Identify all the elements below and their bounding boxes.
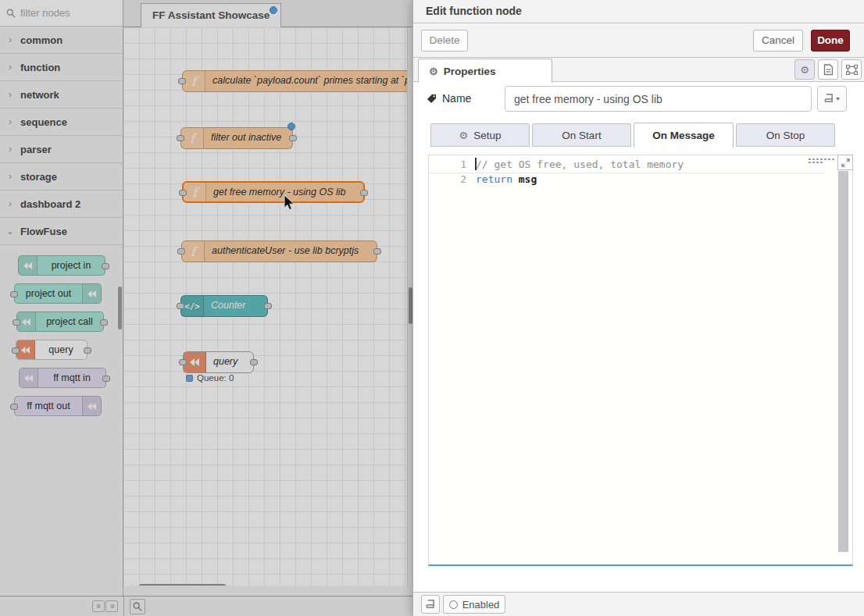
palette-category-dashboard2[interactable]: › dashboard 2 — [0, 190, 123, 218]
tab-properties[interactable]: ⚙ Properties — [418, 59, 552, 83]
palette-scrollbar[interactable] — [118, 287, 122, 329]
delete-button[interactable]: Delete — [421, 30, 468, 52]
flow-canvas: FF Assistant Showcase f calculate `paylo… — [123, 0, 412, 596]
name-row: Name ▾ — [413, 86, 864, 112]
chevron-right-icon: › — [0, 89, 20, 100]
input-port[interactable] — [10, 404, 18, 410]
done-button[interactable]: Done — [811, 30, 850, 52]
output-port[interactable] — [84, 347, 91, 354]
output-port[interactable] — [102, 263, 109, 269]
collapse-all-button[interactable]: « — [92, 600, 105, 612]
library-button[interactable]: ▾ — [817, 86, 847, 112]
edit-tray: Edit function node Delete Cancel Done ⚙ … — [412, 0, 864, 616]
palette-category-function[interactable]: › function — [0, 54, 123, 81]
palette-category-network[interactable]: › network — [0, 81, 123, 109]
expand-editor-button[interactable] — [837, 155, 853, 170]
tray-content: Name ▾ ⚙ Setup On Start On Message — [413, 82, 864, 592]
footer-divider — [123, 596, 124, 616]
description-icon-button[interactable] — [818, 59, 838, 80]
palette-category-sequence[interactable]: › sequence — [0, 109, 123, 136]
node-calculate-primes[interactable]: f calculate `payload.count` primes start… — [182, 70, 412, 92]
flowfuse-icon — [82, 284, 101, 303]
tab-setup[interactable]: ⚙ Setup — [430, 123, 530, 147]
tab-on-message[interactable]: On Message — [634, 123, 734, 148]
tab-on-start[interactable]: On Start — [532, 123, 631, 147]
chevron-right-icon: › — [0, 198, 20, 209]
flow-tab[interactable]: FF Assistant Showcase — [141, 3, 281, 27]
chevron-right-icon: › — [0, 116, 20, 127]
tab-on-stop[interactable]: On Stop — [736, 123, 835, 147]
palette-search[interactable] — [0, 0, 123, 27]
input-port[interactable] — [179, 190, 187, 196]
code-variable: msg — [512, 173, 537, 185]
output-port[interactable] — [250, 359, 258, 365]
status-dot-blue — [186, 375, 193, 382]
workspace-footer: « « — [0, 596, 412, 616]
gear-icon: ⚙ — [459, 130, 469, 141]
palette-node-project-call[interactable]: project call — [16, 312, 104, 332]
output-port[interactable] — [289, 135, 297, 141]
function-editor-tabs: ⚙ Setup On Start On Message On Stop — [413, 123, 864, 148]
input-port[interactable] — [12, 347, 20, 354]
node-query-status: Queue: 0 — [186, 373, 234, 383]
expand-all-button[interactable]: « — [105, 600, 118, 612]
node-filter-out-inactive[interactable]: f filter out inactive — [180, 127, 293, 149]
horizontal-scrollbar[interactable] — [138, 584, 227, 586]
code-line-1: // get OS free, used, total memory — [476, 157, 684, 172]
hscroll-left-arrow[interactable]: ◄ — [127, 582, 134, 586]
palette-category-parser[interactable]: › parser — [0, 136, 123, 163]
node-query[interactable]: query — [183, 351, 254, 373]
node-help-button[interactable] — [421, 595, 440, 614]
changed-node-dot — [287, 123, 295, 130]
node-counter[interactable]: </> Counter — [180, 295, 268, 317]
appearance-icon-button[interactable] — [841, 59, 862, 80]
book-icon — [824, 94, 834, 104]
node-get-free-memory[interactable]: f get free memory - using OS lib — [182, 181, 365, 203]
input-port[interactable] — [12, 319, 20, 326]
node-red-editor: › common › function › network › sequence… — [0, 0, 864, 616]
tray-footer: Enabled — [413, 592, 864, 616]
input-port[interactable] — [10, 291, 18, 297]
palette-category-flowfuse[interactable]: ⌄ FlowFuse — [0, 218, 123, 245]
palette-filter-input[interactable] — [20, 7, 114, 19]
search-flows-button[interactable] — [130, 599, 145, 614]
gear-icon: ⚙ — [429, 66, 438, 77]
output-port[interactable] — [100, 319, 108, 326]
palette-node-project-in[interactable]: project in — [18, 255, 105, 276]
unsaved-changes-dot — [270, 6, 277, 14]
object-group-icon — [846, 65, 858, 75]
chevron-right-icon: › — [0, 144, 20, 155]
name-input[interactable] — [505, 86, 812, 112]
node-authenticate-user[interactable]: f authenticateUser - use lib bcryptjs — [181, 240, 377, 262]
editor-scrollbar[interactable] — [838, 171, 848, 552]
input-port[interactable] — [177, 303, 184, 309]
caret-down-icon: ▾ — [836, 95, 839, 102]
flow-workspace[interactable]: f calculate `payload.count` primes start… — [123, 27, 412, 586]
editor-minimap — [809, 158, 834, 165]
enabled-toggle-button[interactable]: Enabled — [443, 595, 505, 614]
tray-tab-row: ⚙ Properties ⚙ — [413, 58, 864, 82]
double-chevron-down-icon: « — [108, 604, 116, 608]
palette-node-ff-mqtt-out[interactable]: ff mqtt out — [14, 396, 102, 416]
input-port[interactable] — [179, 359, 187, 365]
gear-icon: ⚙ — [800, 65, 809, 75]
palette-category-common[interactable]: › common — [0, 27, 123, 54]
properties-icon-button[interactable]: ⚙ — [794, 59, 815, 80]
cancel-button[interactable]: Cancel — [753, 30, 803, 52]
output-port[interactable] — [373, 248, 381, 255]
palette-node-project-out[interactable]: project out — [14, 283, 102, 304]
palette-node-query[interactable]: query — [16, 340, 87, 360]
output-port[interactable] — [264, 303, 272, 309]
chevron-right-icon: › — [0, 62, 20, 73]
output-port[interactable] — [360, 190, 368, 196]
code-editor[interactable]: 1 // get OS free, used, total memory 2 r… — [428, 155, 853, 566]
palette-category-storage[interactable]: › storage — [0, 163, 123, 190]
palette-flowfuse-nodes: project in project out project cal — [0, 245, 123, 464]
input-port[interactable] — [178, 78, 186, 84]
output-port[interactable] — [102, 376, 110, 382]
input-port[interactable] — [177, 135, 184, 141]
palette-node-ff-mqtt-in[interactable]: ff mqtt in — [19, 368, 106, 388]
function-icon: f — [184, 183, 206, 201]
tray-title: Edit function node — [413, 0, 864, 23]
input-port[interactable] — [177, 248, 185, 255]
